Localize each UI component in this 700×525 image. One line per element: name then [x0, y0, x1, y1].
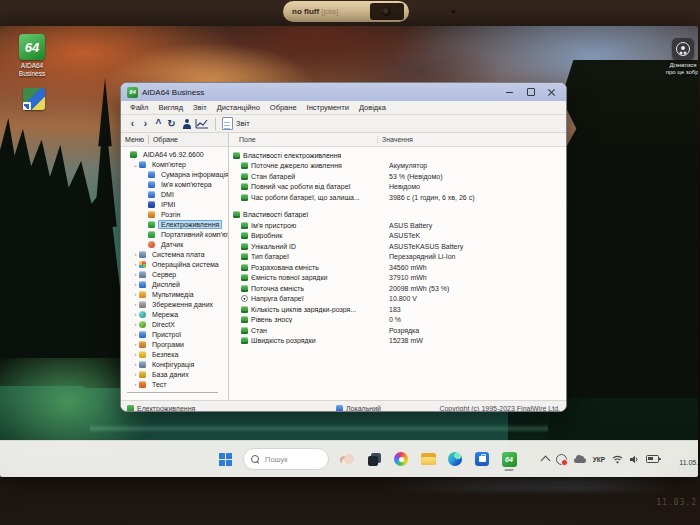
tree-chevron-icon[interactable]: › — [132, 361, 139, 367]
tree-item[interactable]: DMI — [121, 189, 228, 199]
tree-chevron-icon[interactable]: › — [132, 331, 139, 337]
report-button[interactable]: Звіт — [222, 117, 250, 130]
tree-item[interactable]: ›Безпека — [121, 349, 228, 359]
start-button[interactable] — [216, 446, 234, 472]
property-section-row[interactable]: Властивості батареї — [229, 210, 566, 221]
maximize-button[interactable] — [522, 85, 539, 99]
menu-item[interactable]: Файл — [125, 103, 153, 112]
tree-item[interactable]: ›Пристрої — [121, 329, 228, 339]
tree-item[interactable]: ⌄Комп'ютер — [121, 159, 228, 169]
column-value[interactable]: Значення — [377, 136, 566, 143]
tree-item[interactable]: ›Конфігурація — [121, 359, 228, 369]
refresh-icon[interactable]: ↻ — [165, 116, 178, 131]
tree-chevron-icon[interactable]: › — [132, 261, 139, 267]
tree-item[interactable]: Сумарна інформація — [121, 169, 228, 179]
file-explorer-button[interactable] — [419, 446, 437, 472]
tree-item[interactable]: Портативний комп'ют — [121, 229, 228, 239]
task-view-button[interactable] — [365, 446, 383, 472]
property-row[interactable]: Швидкість розрядки15238 mW — [229, 336, 566, 347]
menu-item[interactable]: Інструменти — [302, 103, 354, 112]
tree-item[interactable]: ›База даних — [121, 369, 228, 379]
menu-item[interactable]: Дистанційно — [212, 103, 265, 112]
tree-chevron-icon[interactable]: › — [132, 281, 139, 287]
desktop-icon-shortcut[interactable] — [8, 88, 60, 110]
aida64-taskbar-button[interactable]: 64 — [500, 446, 518, 472]
tree-chevron-icon[interactable]: › — [132, 311, 139, 317]
menu-item[interactable]: Обране — [265, 103, 302, 112]
tree-item[interactable]: ›DirectX — [121, 319, 228, 329]
tree-item[interactable]: ›Сервер — [121, 269, 228, 279]
tree-chevron-icon[interactable]: › — [132, 251, 139, 257]
property-row[interactable]: Напруга батареї10.800 V — [229, 294, 566, 305]
property-row[interactable]: Унікальний IDASUSTeKASUS Battery — [229, 241, 566, 252]
tree-item[interactable]: ›Програми — [121, 339, 228, 349]
tree-chevron-icon[interactable]: › — [132, 371, 139, 377]
photos-button[interactable] — [392, 446, 410, 472]
onedrive-cloud-icon[interactable] — [574, 458, 586, 464]
window-titlebar[interactable]: 64 AIDA64 Business — [121, 83, 566, 101]
volume-icon[interactable] — [630, 455, 639, 464]
user-icon[interactable] — [181, 118, 192, 130]
tree-item[interactable]: ›Мережа — [121, 309, 228, 319]
tree-chevron-icon[interactable]: › — [132, 351, 139, 357]
notification-badge-icon[interactable] — [556, 454, 567, 465]
battery-icon[interactable] — [646, 455, 659, 463]
tree-item[interactable]: Електроживлення — [121, 219, 228, 229]
tree-item[interactable]: Датчик — [121, 239, 228, 249]
tree-item[interactable]: ›Мультимедіа — [121, 289, 228, 299]
spotlight-learn-more[interactable]: Дізнатися про це зобр. — [668, 38, 698, 76]
tree-item[interactable]: ›Системна плата — [121, 249, 228, 259]
keyboard-language-indicator[interactable]: УКР — [593, 456, 605, 463]
property-row[interactable]: ВиробникASUSTeK — [229, 231, 566, 242]
tab-menu[interactable]: Меню — [125, 136, 144, 143]
column-field[interactable]: Поле — [229, 136, 377, 143]
menu-item[interactable]: Звіт — [188, 103, 212, 112]
property-row[interactable]: Розрахована ємність34560 mWh — [229, 262, 566, 273]
property-row[interactable]: Рівень зносу0 % — [229, 315, 566, 326]
wifi-icon[interactable] — [612, 455, 623, 464]
property-row[interactable]: Стан батарей53 % (Невідомо) — [229, 171, 566, 182]
minimize-button[interactable] — [501, 85, 518, 99]
property-row[interactable]: Поточне джерело живленняАкумулятор — [229, 161, 566, 172]
tree-chevron-icon[interactable]: › — [132, 341, 139, 347]
menu-item[interactable]: Вигляд — [153, 103, 188, 112]
tree-item[interactable]: ›Операційна система — [121, 259, 228, 269]
search-input[interactable] — [263, 454, 325, 465]
tree-item[interactable]: IPMI — [121, 199, 228, 209]
tree-chevron-icon[interactable]: › — [132, 301, 139, 307]
tree-item[interactable]: Ім'я комп'ютера — [121, 179, 228, 189]
tree-item[interactable]: AIDA64 v6.92.6600 — [121, 149, 228, 159]
tree-chevron-icon[interactable]: › — [132, 321, 139, 327]
property-row[interactable]: Кількість циклів зарядки-розря...183 — [229, 304, 566, 315]
up-icon[interactable]: ^ — [152, 116, 165, 131]
tree-chevron-icon[interactable]: › — [132, 271, 139, 277]
panel-splitter[interactable] — [127, 392, 218, 393]
menu-item[interactable]: Довідка — [354, 103, 391, 112]
store-button[interactable] — [473, 446, 491, 472]
property-row[interactable]: СтанРозрядка — [229, 325, 566, 336]
taskbar-search[interactable] — [243, 448, 329, 470]
tree-item[interactable]: ›Збереження даних — [121, 299, 228, 309]
desktop-icon-aida64[interactable]: 64 AIDA64 Business — [6, 34, 58, 77]
tree-chevron-icon[interactable]: › — [132, 291, 139, 297]
chart-icon[interactable] — [195, 118, 209, 130]
taskbar-clock[interactable]: 20 11.05.20 — [666, 451, 698, 468]
close-button[interactable] — [543, 85, 560, 99]
tab-favorites[interactable]: Обране — [153, 136, 178, 143]
tree-chevron-icon[interactable]: ⌄ — [132, 161, 139, 168]
property-row[interactable]: Час роботи батареї, що залиша...3986 с (… — [229, 192, 566, 203]
tree-chevron-icon[interactable]: › — [132, 381, 139, 387]
widgets-button[interactable] — [338, 446, 356, 472]
tree-item[interactable]: ›Дисплей — [121, 279, 228, 289]
edge-button[interactable] — [446, 446, 464, 472]
property-row[interactable]: Тип батареїПерезарядний Li-Ion — [229, 252, 566, 263]
tree-item[interactable]: ›Тест — [121, 379, 228, 389]
property-row[interactable]: Повний час роботи від батареїНевідомо — [229, 182, 566, 193]
tree-item[interactable]: Розгін — [121, 209, 228, 219]
forward-icon[interactable]: › — [139, 116, 152, 131]
property-row[interactable]: Ім'я пристроюASUS Battery — [229, 220, 566, 231]
property-row[interactable]: Ємність повної зарядки37910 mWh — [229, 273, 566, 284]
tray-overflow-chevron-icon[interactable] — [540, 455, 550, 465]
property-section-row[interactable]: Властивості електроживлення — [229, 150, 566, 161]
property-row[interactable]: Поточна ємність20098 mWh (53 %) — [229, 283, 566, 294]
